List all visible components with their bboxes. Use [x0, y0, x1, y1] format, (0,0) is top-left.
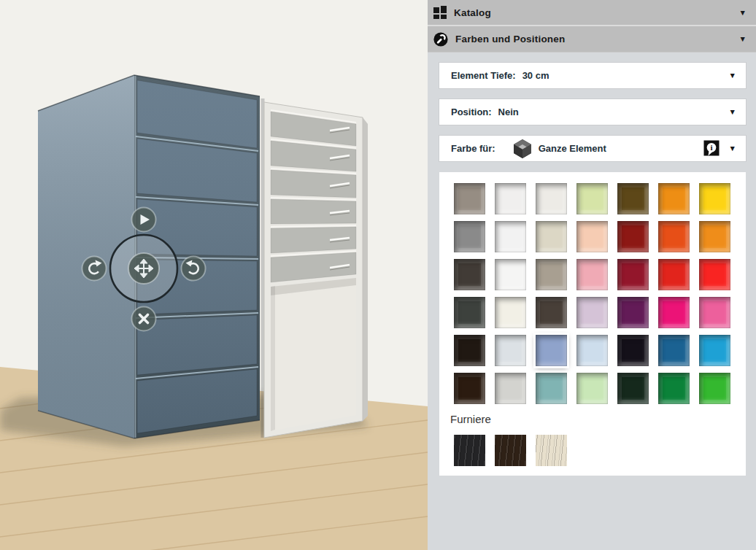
color-swatch-grid: [454, 183, 746, 404]
color-swatch[interactable]: [658, 221, 690, 252]
furniere-label: Furniere: [450, 413, 746, 425]
3d-viewport[interactable]: [0, 0, 428, 550]
veneer-swatch[interactable]: [536, 435, 567, 466]
color-swatch[interactable]: [576, 259, 608, 290]
color-swatch[interactable]: [699, 373, 730, 404]
color-swatch[interactable]: [454, 221, 485, 252]
dropdown-value: Nein: [498, 106, 519, 117]
wrench-icon: [433, 32, 448, 47]
chevron-down-icon[interactable]: ▼: [729, 144, 736, 152]
color-swatch[interactable]: [617, 335, 649, 366]
color-swatch[interactable]: [495, 259, 526, 290]
color-swatch[interactable]: [699, 259, 730, 290]
color-swatch[interactable]: [454, 373, 485, 404]
color-swatch[interactable]: [699, 221, 730, 252]
cube-icon: [513, 139, 532, 159]
dropdown-label: Element Tiefe:: [451, 70, 516, 81]
color-swatch[interactable]: [617, 373, 649, 404]
section-title: Katalog: [454, 7, 491, 18]
veneer-swatch[interactable]: [495, 435, 526, 466]
color-swatch[interactable]: [617, 297, 649, 328]
move-button[interactable]: [128, 253, 159, 284]
color-swatch[interactable]: [536, 297, 567, 328]
color-swatch[interactable]: [454, 259, 485, 290]
configurator-panel: Katalog ▼ Farben und Positionen ▼ Elemen…: [428, 0, 756, 550]
color-swatch[interactable]: [658, 259, 690, 290]
dropdown-position[interactable]: Position: Nein ▼: [439, 99, 746, 125]
section-header-farben-positionen[interactable]: Farben und Positionen ▼: [428, 26, 756, 53]
veneer-swatch-row: [454, 435, 746, 466]
color-swatch[interactable]: [617, 259, 649, 290]
dropdown-farbe-fuer[interactable]: Farbe für: Ganze Element i: [439, 136, 746, 161]
color-swatch-panel: Furniere: [439, 172, 746, 476]
close-button[interactable]: [132, 307, 156, 331]
color-swatch[interactable]: [536, 373, 567, 404]
color-swatch[interactable]: [576, 183, 608, 214]
dropdown-label: Farbe für:: [451, 143, 495, 154]
color-swatch[interactable]: [495, 221, 526, 252]
dropdown-label: Position:: [451, 106, 492, 117]
color-swatch[interactable]: [536, 221, 567, 252]
color-swatch[interactable]: [658, 373, 690, 404]
info-button[interactable]: i: [703, 140, 720, 157]
color-swatch[interactable]: [699, 297, 730, 328]
grid-icon: [433, 6, 447, 19]
veneer-swatch[interactable]: [454, 435, 485, 466]
dropdown-value: 30 cm: [522, 70, 549, 81]
section-title: Farben und Positionen: [455, 34, 565, 44]
color-swatch[interactable]: [576, 373, 608, 404]
color-swatch[interactable]: [536, 335, 567, 366]
color-swatch[interactable]: [495, 297, 526, 328]
color-swatch[interactable]: [495, 335, 526, 366]
color-swatch[interactable]: [454, 335, 485, 366]
color-swatch[interactable]: [658, 183, 690, 214]
chevron-down-icon[interactable]: ▼: [739, 35, 747, 43]
color-swatch[interactable]: [699, 335, 730, 366]
dropdown-value: Ganze Element: [539, 143, 606, 154]
section-header-katalog[interactable]: Katalog ▼: [428, 0, 756, 26]
info-glyph: i: [710, 143, 712, 152]
cabinet-element-white[interactable]: [263, 98, 368, 438]
color-swatch[interactable]: [658, 335, 690, 366]
color-swatch[interactable]: [454, 297, 485, 328]
color-swatch[interactable]: [617, 221, 649, 252]
color-swatch[interactable]: [658, 297, 690, 328]
color-swatch[interactable]: [536, 259, 567, 290]
dropdown-element-tiefe[interactable]: Element Tiefe: 30 cm ▼: [439, 63, 746, 88]
color-swatch[interactable]: [699, 183, 730, 214]
chevron-down-icon[interactable]: ▼: [729, 71, 736, 80]
color-swatch[interactable]: [495, 373, 526, 404]
rotate-ccw-button[interactable]: [182, 257, 206, 281]
panel-content: Element Tiefe: 30 cm ▼ Position: Nein ▼ …: [428, 53, 756, 476]
color-swatch[interactable]: [617, 183, 649, 214]
color-swatch[interactable]: [495, 183, 526, 214]
color-swatch[interactable]: [454, 183, 485, 214]
color-swatch[interactable]: [576, 297, 608, 328]
color-swatch[interactable]: [576, 335, 608, 366]
color-swatch[interactable]: [536, 183, 567, 214]
rotate-cw-button[interactable]: [82, 257, 107, 281]
chevron-down-icon[interactable]: ▼: [729, 108, 736, 116]
color-swatch[interactable]: [576, 221, 608, 252]
chevron-down-icon[interactable]: ▼: [739, 9, 747, 17]
play-button[interactable]: [132, 208, 156, 232]
